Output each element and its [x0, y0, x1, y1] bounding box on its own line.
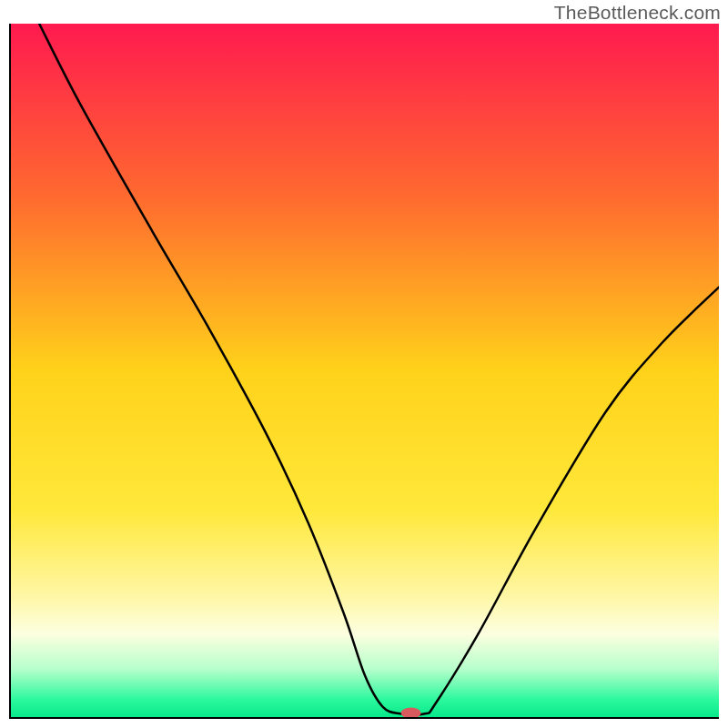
plot-area [9, 24, 719, 719]
background-rect [11, 24, 719, 717]
chart-frame: TheBottleneck.com [0, 0, 728, 728]
chart-svg [11, 24, 719, 717]
watermark-text: TheBottleneck.com [554, 2, 721, 24]
